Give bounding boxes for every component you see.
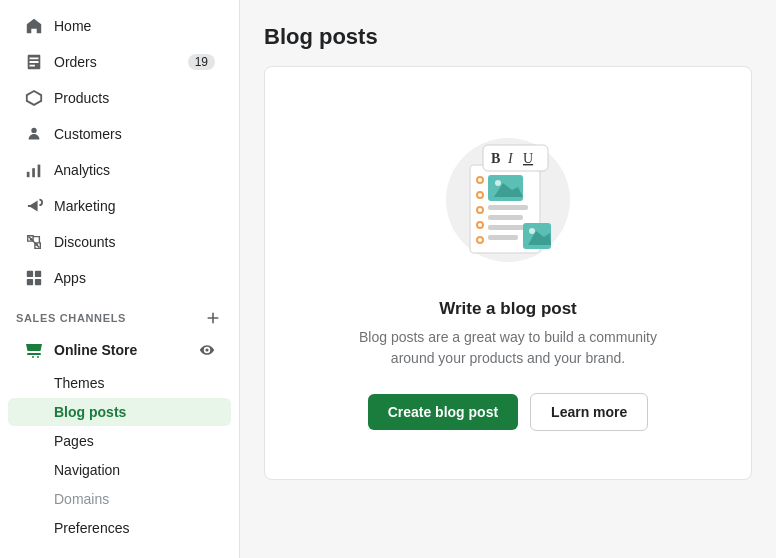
add-sales-channel-button[interactable] (203, 308, 223, 328)
svg-rect-20 (488, 235, 518, 240)
discounts-icon (24, 232, 44, 252)
subnav-themes[interactable]: Themes (8, 369, 231, 397)
sidebar-label-discounts: Discounts (54, 234, 115, 250)
subnav-domains: Domains (8, 485, 231, 513)
subnav-navigation-label: Navigation (54, 462, 120, 478)
sidebar-label-orders: Orders (54, 54, 97, 70)
sidebar-label-marketing: Marketing (54, 198, 115, 214)
home-icon (24, 16, 44, 36)
sidebar-label-apps: Apps (54, 270, 86, 286)
svg-point-23 (495, 180, 501, 186)
svg-rect-8 (27, 279, 33, 285)
svg-rect-9 (35, 279, 41, 285)
analytics-icon (24, 160, 44, 180)
main-content: Blog posts (240, 0, 776, 558)
page-title: Blog posts (264, 24, 752, 50)
preview-button[interactable] (199, 342, 215, 358)
subnav-preferences[interactable]: Preferences (8, 514, 231, 542)
online-store-subnav: Themes Blog posts Pages Navigation Domai… (0, 368, 239, 543)
learn-more-button[interactable]: Learn more (530, 393, 648, 431)
svg-rect-7 (35, 271, 41, 277)
sidebar-item-discounts[interactable]: Discounts (8, 225, 231, 259)
svg-rect-17 (488, 205, 528, 210)
sidebar-item-analytics[interactable]: Analytics (8, 153, 231, 187)
sidebar-label-customers: Customers (54, 126, 122, 142)
svg-rect-1 (27, 172, 30, 177)
online-store-icon (24, 340, 44, 360)
sidebar-label-analytics: Analytics (54, 162, 110, 178)
svg-rect-18 (488, 215, 523, 220)
sidebar-item-products[interactable]: Products (8, 81, 231, 115)
subnav-pages[interactable]: Pages (8, 427, 231, 455)
sidebar-label-home: Home (54, 18, 91, 34)
marketing-icon (24, 196, 44, 216)
subnav-blog-posts-label: Blog posts (54, 404, 126, 420)
sidebar-item-home[interactable]: Home (8, 9, 231, 43)
subnav-pages-label: Pages (54, 433, 94, 449)
subnav-blog-posts[interactable]: Blog posts (8, 398, 231, 426)
orders-icon (24, 52, 44, 72)
svg-point-30 (529, 228, 535, 234)
sidebar-item-apps[interactable]: Apps (8, 261, 231, 295)
sidebar-item-orders[interactable]: Orders 19 (8, 45, 231, 79)
svg-text:U: U (523, 151, 533, 166)
svg-rect-3 (38, 165, 41, 178)
subnav-domains-label: Domains (54, 491, 109, 507)
orders-badge: 19 (188, 54, 215, 70)
svg-rect-6 (27, 271, 33, 277)
svg-text:B: B (491, 151, 500, 166)
svg-rect-2 (32, 168, 35, 177)
customers-icon (24, 124, 44, 144)
subnav-preferences-label: Preferences (54, 520, 129, 536)
empty-state-description: Blog posts are a great way to build a co… (348, 327, 668, 369)
subnav-themes-label: Themes (54, 375, 105, 391)
sidebar-label-products: Products (54, 90, 109, 106)
sales-channels-label: SALES CHANNELS (16, 312, 126, 324)
empty-state-actions: Create blog post Learn more (368, 393, 649, 431)
create-blog-post-button[interactable]: Create blog post (368, 394, 518, 430)
online-store-label: Online Store (54, 342, 189, 358)
empty-state-card: B I U Write a blog post Blog posts are a… (264, 66, 752, 480)
sidebar-item-online-store[interactable]: Online Store (8, 333, 231, 367)
apps-icon (24, 268, 44, 288)
subnav-navigation[interactable]: Navigation (8, 456, 231, 484)
blog-illustration: B I U (428, 115, 588, 275)
products-icon (24, 88, 44, 108)
sidebar-item-marketing[interactable]: Marketing (8, 189, 231, 223)
sidebar-item-customers[interactable]: Customers (8, 117, 231, 151)
svg-point-0 (31, 128, 36, 133)
empty-state-title: Write a blog post (439, 299, 577, 319)
sidebar: Home Orders 19 Products Customers Analyt… (0, 0, 240, 558)
sales-channels-header: SALES CHANNELS (0, 296, 239, 332)
